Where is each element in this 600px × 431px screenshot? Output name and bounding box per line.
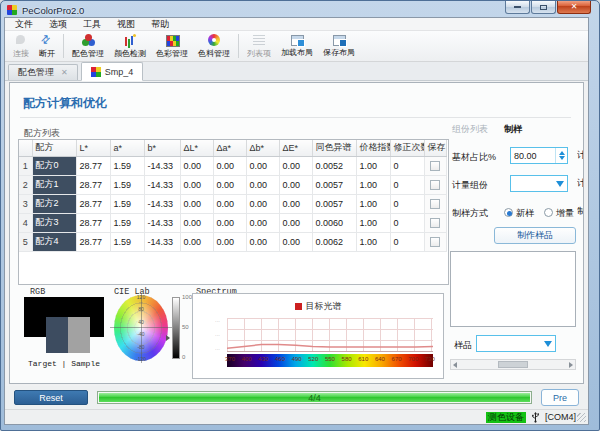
value-cell: 0.00 <box>246 232 279 251</box>
toolbar-button-color-match[interactable]: 配色管理 <box>67 31 109 61</box>
save-cell <box>424 156 446 175</box>
menu-item[interactable]: 视图 <box>109 18 143 31</box>
value-cell: 1.00 <box>356 194 390 213</box>
column-header: Δa* <box>213 140 246 156</box>
main-content: 配方计算和优化 配方列表 配方 L* a* <box>9 82 584 384</box>
tab-smp4[interactable]: Smp_4 <box>81 62 144 81</box>
radio-icon <box>504 208 513 217</box>
toolbar-button-color-detect[interactable]: 颜色检测 <box>109 31 151 61</box>
load-layout-icon <box>291 35 304 46</box>
wavelength-tick-label: 400 <box>242 356 252 362</box>
step-down-icon <box>559 156 565 160</box>
toolbar-separator <box>63 34 64 58</box>
tab-make-sample[interactable]: 制样 <box>504 123 522 136</box>
menu-item[interactable]: 工具 <box>75 18 109 31</box>
recipe-name-cell[interactable]: 配方2 <box>32 194 76 213</box>
recipe-name-cell[interactable]: 配方0 <box>32 156 76 175</box>
tab-close-icon[interactable]: ✕ <box>61 69 68 77</box>
recipe-name-cell[interactable]: 配方4 <box>32 232 76 251</box>
value-cell: 0.0060 <box>312 213 356 232</box>
radio-new-sample[interactable]: 新样 <box>504 207 534 220</box>
recipe-name-cell[interactable]: 配方3 <box>32 213 76 232</box>
scroll-left-icon[interactable] <box>453 362 457 368</box>
value-cell: 0.00 <box>279 175 312 194</box>
sample-select[interactable] <box>476 335 556 352</box>
recipe-name-cell[interactable]: 配方1 <box>32 175 76 194</box>
toolbar-button-color-manage[interactable]: 色彩管理 <box>151 31 193 61</box>
menu-item[interactable]: 帮助 <box>143 18 177 31</box>
make-sample-button[interactable]: 制作样品 <box>494 227 576 244</box>
toolbar-button-pigment-manage[interactable]: 色料管理 <box>193 31 235 61</box>
save-checkbox[interactable] <box>430 180 440 190</box>
spectrum-line <box>227 318 433 352</box>
resize-grip[interactable] <box>577 413 586 422</box>
sample-label: 样品 <box>454 339 472 352</box>
column-header: L* <box>76 140 110 156</box>
maximize-button[interactable] <box>531 1 556 14</box>
lightness-tick-label: 0 <box>182 354 192 360</box>
minimize-button[interactable] <box>505 1 530 14</box>
table-row[interactable]: 1 配方0 28.77 1.59 -14.33 0.00 0.00 0.00 0… <box>19 156 446 175</box>
value-cell: 28.77 <box>76 232 110 251</box>
status-bar: 测色设备 [COM4] <box>5 409 588 424</box>
toolbar-button-load-layout[interactable]: 加载布局 <box>276 31 318 61</box>
spectrum-x-labels: 370400430460490520550580610640670700730 <box>225 356 435 362</box>
component-list-box[interactable] <box>450 251 576 327</box>
scroll-right-icon[interactable] <box>569 362 573 368</box>
tab-color-match-manage[interactable]: 配色管理 ✕ <box>8 64 78 80</box>
radio-increment[interactable]: 增量 <box>544 207 574 220</box>
table-row[interactable]: 5 配方4 28.77 1.59 -14.33 0.00 0.00 0.00 0… <box>19 232 446 251</box>
wavelength-tick-label: 370 <box>225 356 235 362</box>
table-row[interactable]: 3 配方2 28.77 1.59 -14.33 0.00 0.00 0.00 0… <box>19 194 446 213</box>
table-row[interactable]: 4 配方3 28.77 1.59 -14.33 0.00 0.00 0.00 0… <box>19 213 446 232</box>
value-cell: 1.59 <box>110 194 144 213</box>
save-cell <box>424 175 446 194</box>
axis-tick-label: -120 <box>136 356 146 362</box>
lightness-bar <box>172 297 180 359</box>
save-checkbox[interactable] <box>430 199 440 209</box>
app-body: 文件选项工具视图帮助 连接 断开 配色管理 颜色检测 色彩管理 <box>4 17 589 425</box>
save-layout-icon <box>333 35 346 46</box>
substrate-ratio-stepper[interactable]: 80.00 <box>510 147 568 164</box>
toolbar-button-list-items[interactable]: 列表项 <box>242 31 276 61</box>
table-row[interactable]: 2 配方1 28.77 1.59 -14.33 0.00 0.00 0.00 0… <box>19 175 446 194</box>
save-checkbox[interactable] <box>430 218 440 228</box>
value-cell: 1.59 <box>110 156 144 175</box>
progress-bar: 4/4 <box>97 391 532 404</box>
menu-item[interactable]: 选项 <box>41 18 75 31</box>
value-cell: 0 <box>390 213 424 232</box>
row-index: 3 <box>19 194 32 213</box>
horizontal-scrollbar[interactable] <box>450 359 576 370</box>
wavelength-tick-label: 640 <box>375 356 385 362</box>
value-cell: 28.77 <box>76 213 110 232</box>
toolbar-button-save-layout[interactable]: 保存布局 <box>318 31 360 61</box>
wavelength-tick-label: 490 <box>292 356 302 362</box>
save-checkbox[interactable] <box>430 237 440 247</box>
progress-text: 4/4 <box>98 392 531 403</box>
save-checkbox[interactable] <box>430 161 440 171</box>
value-cell: -14.33 <box>144 232 180 251</box>
value-cell: 0.00 <box>180 175 213 194</box>
reset-button[interactable]: Reset <box>14 390 88 405</box>
value-cell: 1.00 <box>356 213 390 232</box>
step-up-icon <box>559 151 565 155</box>
usb-icon <box>531 412 540 423</box>
toolbar-button-connect[interactable]: 连接 <box>8 31 34 61</box>
menu-bar: 文件选项工具视图帮助 <box>5 18 588 31</box>
color-match-icon <box>80 34 96 47</box>
metering-component-select[interactable] <box>510 175 568 192</box>
pre-button[interactable]: Pre <box>541 389 579 406</box>
close-button[interactable]: ✕ <box>557 1 591 14</box>
document-tab-bar: 配色管理 ✕ Smp_4 <box>5 62 588 81</box>
value-cell: 1.00 <box>356 232 390 251</box>
stepper-arrows[interactable] <box>555 148 567 163</box>
tab-component-list[interactable]: 组份列表 <box>452 123 488 136</box>
list-items-icon <box>251 34 267 47</box>
menu-item[interactable]: 文件 <box>7 18 41 31</box>
scrollbar-thumb[interactable] <box>498 361 528 368</box>
column-header: 同色异谱 <box>312 140 356 156</box>
toolbar-button-disconnect[interactable]: 断开 <box>34 31 60 61</box>
title-bar[interactable]: PeColorPro2.0 ✕ <box>1 1 599 17</box>
row-index: 5 <box>19 232 32 251</box>
value-cell: 0 <box>390 156 424 175</box>
